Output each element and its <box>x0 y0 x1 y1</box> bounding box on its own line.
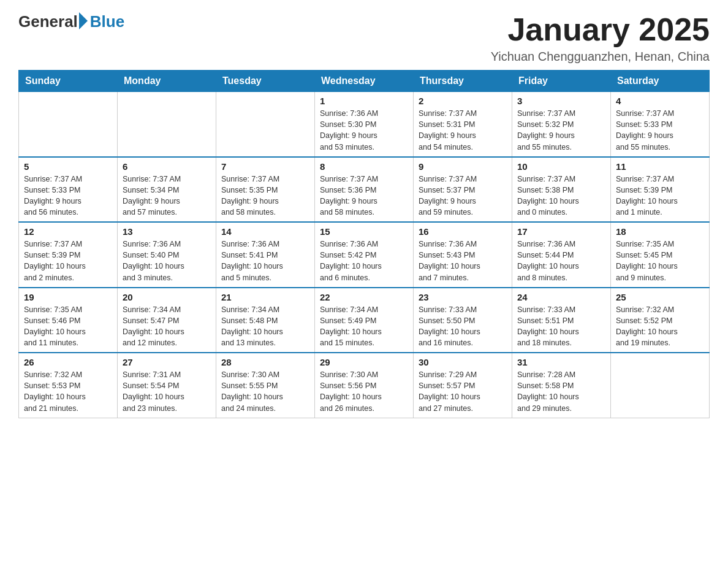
day-number: 19 <box>24 292 112 302</box>
day-number: 7 <box>221 161 309 172</box>
day-info: Sunrise: 7:30 AM Sunset: 5:55 PM Dayligh… <box>221 369 309 414</box>
calendar-cell: 3Sunrise: 7:37 AM Sunset: 5:32 PM Daylig… <box>512 92 611 157</box>
day-info: Sunrise: 7:37 AM Sunset: 5:33 PM Dayligh… <box>616 108 704 153</box>
day-number: 6 <box>123 161 211 172</box>
day-info: Sunrise: 7:36 AM Sunset: 5:44 PM Dayligh… <box>517 239 605 283</box>
day-number: 18 <box>616 226 704 237</box>
day-number: 12 <box>24 226 112 237</box>
calendar-cell: 14Sunrise: 7:36 AM Sunset: 5:41 PM Dayli… <box>216 222 315 288</box>
calendar-cell: 4Sunrise: 7:37 AM Sunset: 5:33 PM Daylig… <box>611 92 710 157</box>
calendar-cell: 19Sunrise: 7:35 AM Sunset: 5:46 PM Dayli… <box>19 288 118 353</box>
day-info: Sunrise: 7:34 AM Sunset: 5:49 PM Dayligh… <box>320 304 408 349</box>
day-info: Sunrise: 7:37 AM Sunset: 5:35 PM Dayligh… <box>221 174 309 218</box>
calendar-cell: 18Sunrise: 7:35 AM Sunset: 5:45 PM Dayli… <box>611 222 710 288</box>
calendar-cell: 30Sunrise: 7:29 AM Sunset: 5:57 PM Dayli… <box>414 353 512 418</box>
week-row-4: 19Sunrise: 7:35 AM Sunset: 5:46 PM Dayli… <box>19 288 710 353</box>
calendar-cell: 24Sunrise: 7:33 AM Sunset: 5:51 PM Dayli… <box>512 288 611 353</box>
logo-arrow-icon <box>79 12 88 29</box>
title-area: January 2025 Yichuan Chengguanzhen, Hena… <box>491 12 710 64</box>
calendar-cell: 1Sunrise: 7:36 AM Sunset: 5:30 PM Daylig… <box>315 92 414 157</box>
calendar-cell: 2Sunrise: 7:37 AM Sunset: 5:31 PM Daylig… <box>414 92 512 157</box>
day-info: Sunrise: 7:37 AM Sunset: 5:31 PM Dayligh… <box>419 108 507 153</box>
calendar-cell: 29Sunrise: 7:30 AM Sunset: 5:56 PM Dayli… <box>315 353 414 418</box>
week-row-2: 5Sunrise: 7:37 AM Sunset: 5:33 PM Daylig… <box>19 157 710 223</box>
calendar-cell: 26Sunrise: 7:32 AM Sunset: 5:53 PM Dayli… <box>19 353 118 418</box>
day-info: Sunrise: 7:29 AM Sunset: 5:57 PM Dayligh… <box>419 369 507 414</box>
day-number: 23 <box>419 292 507 302</box>
day-info: Sunrise: 7:37 AM Sunset: 5:38 PM Dayligh… <box>517 174 605 218</box>
day-info: Sunrise: 7:37 AM Sunset: 5:39 PM Dayligh… <box>616 174 704 218</box>
day-info: Sunrise: 7:36 AM Sunset: 5:41 PM Dayligh… <box>221 239 309 283</box>
day-number: 1 <box>320 96 408 106</box>
calendar-cell: 28Sunrise: 7:30 AM Sunset: 5:55 PM Dayli… <box>216 353 315 418</box>
day-info: Sunrise: 7:37 AM Sunset: 5:37 PM Dayligh… <box>419 174 507 218</box>
week-row-5: 26Sunrise: 7:32 AM Sunset: 5:53 PM Dayli… <box>19 353 710 418</box>
logo: General Blue <box>18 12 124 31</box>
calendar-cell: 22Sunrise: 7:34 AM Sunset: 5:49 PM Dayli… <box>315 288 414 353</box>
calendar-cell: 6Sunrise: 7:37 AM Sunset: 5:34 PM Daylig… <box>118 157 216 223</box>
day-info: Sunrise: 7:37 AM Sunset: 5:33 PM Dayligh… <box>24 174 112 218</box>
calendar-cell: 8Sunrise: 7:37 AM Sunset: 5:36 PM Daylig… <box>315 157 414 223</box>
day-number: 15 <box>320 226 408 237</box>
day-number: 30 <box>419 357 507 367</box>
calendar-cell: 5Sunrise: 7:37 AM Sunset: 5:33 PM Daylig… <box>19 157 118 223</box>
calendar-cell: 20Sunrise: 7:34 AM Sunset: 5:47 PM Dayli… <box>118 288 216 353</box>
header-day-thursday: Thursday <box>414 71 512 92</box>
calendar-cell <box>118 92 216 157</box>
day-number: 14 <box>221 226 309 237</box>
day-info: Sunrise: 7:32 AM Sunset: 5:52 PM Dayligh… <box>616 304 704 349</box>
calendar-subtitle: Yichuan Chengguanzhen, Henan, China <box>491 50 710 64</box>
calendar-cell: 7Sunrise: 7:37 AM Sunset: 5:35 PM Daylig… <box>216 157 315 223</box>
calendar-cell: 21Sunrise: 7:34 AM Sunset: 5:48 PM Dayli… <box>216 288 315 353</box>
calendar-cell <box>611 353 710 418</box>
day-number: 21 <box>221 292 309 302</box>
day-number: 17 <box>517 226 605 237</box>
day-number: 5 <box>24 161 112 172</box>
calendar-cell: 13Sunrise: 7:36 AM Sunset: 5:40 PM Dayli… <box>118 222 216 288</box>
header: General Blue January 2025 Yichuan Chengg… <box>18 12 710 64</box>
day-info: Sunrise: 7:28 AM Sunset: 5:58 PM Dayligh… <box>517 369 605 414</box>
calendar-cell: 27Sunrise: 7:31 AM Sunset: 5:54 PM Dayli… <box>118 353 216 418</box>
calendar-cell: 25Sunrise: 7:32 AM Sunset: 5:52 PM Dayli… <box>611 288 710 353</box>
day-info: Sunrise: 7:36 AM Sunset: 5:42 PM Dayligh… <box>320 239 408 283</box>
calendar-cell: 16Sunrise: 7:36 AM Sunset: 5:43 PM Dayli… <box>414 222 512 288</box>
calendar-cell: 15Sunrise: 7:36 AM Sunset: 5:42 PM Dayli… <box>315 222 414 288</box>
day-number: 29 <box>320 357 408 367</box>
day-number: 16 <box>419 226 507 237</box>
calendar-cell: 9Sunrise: 7:37 AM Sunset: 5:37 PM Daylig… <box>414 157 512 223</box>
week-row-3: 12Sunrise: 7:37 AM Sunset: 5:39 PM Dayli… <box>19 222 710 288</box>
day-number: 8 <box>320 161 408 172</box>
calendar-cell: 10Sunrise: 7:37 AM Sunset: 5:38 PM Dayli… <box>512 157 611 223</box>
day-info: Sunrise: 7:34 AM Sunset: 5:47 PM Dayligh… <box>123 304 211 349</box>
day-info: Sunrise: 7:37 AM Sunset: 5:36 PM Dayligh… <box>320 174 408 218</box>
day-number: 25 <box>616 292 704 302</box>
day-number: 31 <box>517 357 605 367</box>
day-number: 3 <box>517 96 605 106</box>
day-info: Sunrise: 7:37 AM Sunset: 5:34 PM Dayligh… <box>123 174 211 218</box>
day-info: Sunrise: 7:37 AM Sunset: 5:39 PM Dayligh… <box>24 239 112 283</box>
calendar-title: January 2025 <box>491 12 710 47</box>
logo-general-text: General <box>18 12 78 31</box>
day-info: Sunrise: 7:36 AM Sunset: 5:30 PM Dayligh… <box>320 108 408 153</box>
day-number: 26 <box>24 357 112 367</box>
logo-blue-text: Blue <box>90 12 124 31</box>
day-number: 11 <box>616 161 704 172</box>
header-day-monday: Monday <box>118 71 216 92</box>
calendar-cell: 12Sunrise: 7:37 AM Sunset: 5:39 PM Dayli… <box>19 222 118 288</box>
header-day-wednesday: Wednesday <box>315 71 414 92</box>
calendar-cell: 11Sunrise: 7:37 AM Sunset: 5:39 PM Dayli… <box>611 157 710 223</box>
calendar-table: SundayMondayTuesdayWednesdayThursdayFrid… <box>18 70 710 418</box>
day-number: 24 <box>517 292 605 302</box>
calendar-cell <box>19 92 118 157</box>
day-number: 20 <box>123 292 211 302</box>
header-day-friday: Friday <box>512 71 611 92</box>
day-info: Sunrise: 7:36 AM Sunset: 5:40 PM Dayligh… <box>123 239 211 283</box>
day-number: 27 <box>123 357 211 367</box>
header-day-saturday: Saturday <box>611 71 710 92</box>
day-number: 13 <box>123 226 211 237</box>
calendar-cell <box>216 92 315 157</box>
day-info: Sunrise: 7:35 AM Sunset: 5:46 PM Dayligh… <box>24 304 112 349</box>
day-info: Sunrise: 7:34 AM Sunset: 5:48 PM Dayligh… <box>221 304 309 349</box>
day-number: 4 <box>616 96 704 106</box>
day-info: Sunrise: 7:32 AM Sunset: 5:53 PM Dayligh… <box>24 369 112 414</box>
